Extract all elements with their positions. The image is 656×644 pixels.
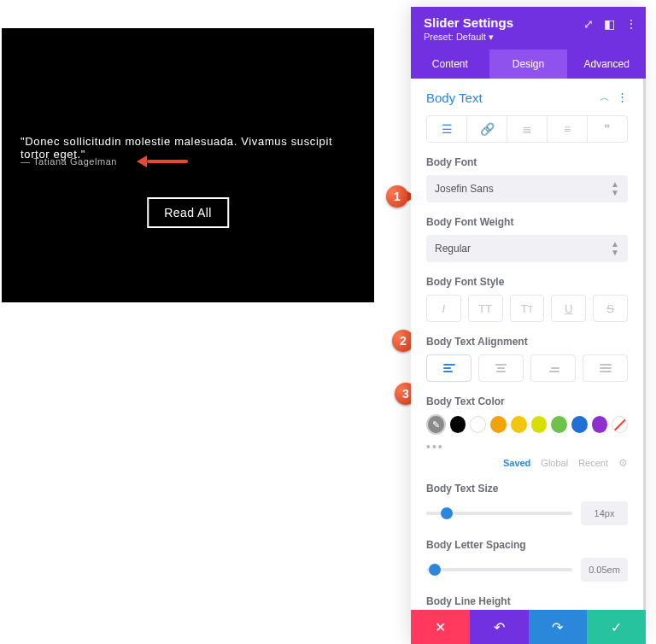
uppercase-icon: TT [478, 302, 492, 315]
undo-icon: ↶ [494, 619, 505, 635]
kebab-menu-icon[interactable]: ⋮ [625, 17, 637, 31]
select-caret-icon: ▲▼ [611, 180, 619, 197]
body-font-select[interactable]: Josefin Sans ▲▼ [426, 175, 628, 202]
text-tab-ul[interactable]: ≣ [507, 116, 548, 142]
label-font-weight: Body Font Weight [426, 216, 628, 228]
text-element-tabs: ☰ 🔗 ≣ ≡ ❞ [426, 115, 628, 143]
tab-advanced[interactable]: Advanced [567, 50, 646, 79]
expand-icon[interactable]: ⤢ [583, 17, 594, 31]
palette-recent[interactable]: Recent [578, 458, 608, 468]
text-tab-ol[interactable]: ≡ [548, 116, 588, 142]
align-right-icon [548, 364, 559, 372]
slider-preview: "Donec sollicitudin molestie malesuada. … [2, 28, 374, 302]
palette-settings-icon[interactable]: ⚙ [618, 457, 628, 469]
label-body-font: Body Font [426, 156, 628, 168]
palette-saved[interactable]: Saved [503, 458, 530, 468]
panel-action-bar: ✕ ↶ ↷ ✓ [411, 610, 646, 644]
eyedropper-icon: ✎ [432, 419, 440, 430]
underline-icon: U [565, 302, 572, 315]
list-ul-icon: ≣ [522, 122, 532, 136]
align-center-icon [495, 364, 507, 372]
label-line-height: Body Line Height [426, 595, 628, 607]
swatch-amber[interactable] [511, 416, 527, 433]
palette-global[interactable]: Global [541, 458, 568, 468]
letter-spacing-value[interactable]: 0.05em [581, 558, 628, 582]
align-icon: ☰ [442, 122, 453, 136]
section-body-text[interactable]: Body Text ︿ ⋮ [426, 91, 628, 105]
panel-undo-button[interactable]: ↶ [470, 610, 529, 644]
swatch-blue[interactable] [571, 416, 588, 433]
italic-icon: I [442, 302, 446, 315]
font-weight-value: Regular [435, 243, 471, 255]
settings-panel: Slider Settings Preset: Default ▾ ⤢ ◧ ⋮ … [411, 7, 646, 644]
section-title: Body Text [426, 91, 483, 105]
style-smallcaps[interactable]: TT [510, 295, 545, 322]
alignment-buttons [426, 354, 628, 382]
link-icon: 🔗 [480, 122, 495, 136]
text-tab-paragraph[interactable]: ☰ [427, 116, 467, 142]
smallcaps-icon: TT [521, 302, 534, 315]
style-underline[interactable]: U [551, 295, 586, 322]
section-menu-icon[interactable]: ⋮ [617, 91, 628, 105]
quote-icon: ❞ [604, 122, 611, 136]
strike-icon: S [606, 302, 614, 315]
style-strike[interactable]: S [593, 295, 628, 322]
swatch-none[interactable] [612, 416, 628, 433]
align-center[interactable] [478, 354, 524, 382]
label-text-size: Body Text Size [426, 483, 628, 495]
font-style-buttons: I TT TT U S [426, 295, 628, 322]
swatch-yellow[interactable] [531, 416, 548, 433]
more-swatches-icon[interactable]: ••• [426, 440, 628, 454]
align-right[interactable] [530, 354, 576, 382]
swatch-green[interactable] [551, 416, 567, 433]
close-icon: ✕ [435, 619, 446, 635]
label-alignment: Body Text Alignment [426, 336, 628, 348]
body-font-value: Josefin Sans [435, 183, 494, 195]
swatch-purple[interactable] [592, 416, 608, 433]
tab-design[interactable]: Design [489, 50, 568, 79]
text-size-value[interactable]: 14px [581, 501, 628, 525]
panel-close-button[interactable]: ✕ [411, 610, 470, 644]
panel-redo-button[interactable]: ↷ [529, 610, 588, 644]
text-size-slider[interactable] [426, 512, 572, 515]
palette-tabs: Saved Global Recent ⚙ [426, 457, 628, 469]
align-justify-icon [600, 364, 612, 372]
swatch-white[interactable] [470, 416, 486, 433]
collapse-icon[interactable]: ︿ [600, 91, 610, 105]
panel-save-button[interactable]: ✓ [587, 610, 646, 644]
text-tab-quote[interactable]: ❞ [588, 116, 627, 142]
style-uppercase[interactable]: TT [468, 295, 503, 322]
font-weight-select[interactable]: Regular ▲▼ [426, 235, 628, 262]
list-ol-icon: ≡ [564, 122, 571, 136]
align-justify[interactable] [583, 354, 628, 382]
redo-icon: ↷ [552, 619, 563, 635]
panel-header: Slider Settings Preset: Default ▾ ⤢ ◧ ⋮ [411, 7, 646, 50]
panel-tabs: Content Design Advanced [411, 50, 646, 79]
callout-1: 1 [386, 185, 408, 208]
label-text-color: Body Text Color [426, 395, 628, 407]
align-left[interactable] [426, 354, 472, 382]
label-font-style: Body Font Style [426, 276, 628, 288]
annotation-arrow [137, 155, 188, 167]
columns-icon[interactable]: ◧ [604, 17, 615, 31]
text-tab-link[interactable]: 🔗 [467, 116, 507, 142]
swatch-black[interactable] [450, 416, 466, 433]
panel-preset[interactable]: Preset: Default ▾ [424, 32, 633, 43]
slide-author: — Tatiana Gagelman [20, 156, 117, 167]
swatch-orange[interactable] [490, 416, 507, 433]
label-letter-spacing: Body Letter Spacing [426, 539, 628, 551]
select-caret-icon: ▲▼ [611, 240, 619, 257]
chevron-down-icon: ▾ [489, 32, 494, 42]
align-left-icon [443, 364, 455, 372]
slide-cta-button[interactable]: Read All [147, 197, 229, 228]
panel-body: Body Text ︿ ⋮ ☰ 🔗 ≣ ≡ ❞ Body Font Josefi… [411, 79, 646, 610]
style-italic[interactable]: I [426, 295, 461, 322]
color-picker-button[interactable]: ✎ [426, 414, 446, 435]
color-swatches: ✎ [426, 414, 628, 435]
preset-label: Preset: Default [424, 32, 486, 42]
check-icon: ✓ [611, 619, 622, 635]
tab-content[interactable]: Content [411, 50, 489, 79]
letter-spacing-slider[interactable] [426, 568, 572, 571]
